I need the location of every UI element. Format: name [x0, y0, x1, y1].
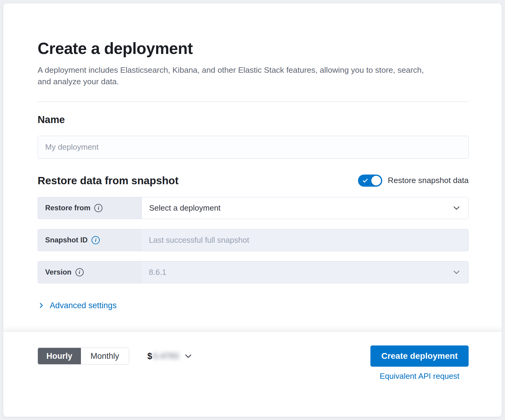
restore-snapshot-toggle[interactable]	[358, 175, 382, 187]
toggle-knob	[371, 176, 381, 185]
submit-cluster: Create deployment Equivalent API request	[370, 345, 469, 381]
select-value: 8.6.1	[149, 268, 166, 277]
check-icon	[362, 177, 369, 184]
restore-section-header: Restore data from snapshot Restore snaps…	[38, 175, 469, 187]
advanced-settings-link[interactable]: Advanced settings	[38, 301, 117, 310]
toggle-label: Restore snapshot data	[388, 176, 469, 185]
monthly-button[interactable]: Monthly	[81, 348, 129, 364]
hourly-button[interactable]: Hourly	[38, 348, 81, 364]
restore-heading: Restore data from snapshot	[38, 175, 179, 187]
divider	[38, 102, 469, 102]
create-deployment-card: Create a deployment A deployment include…	[3, 3, 502, 417]
create-deployment-button[interactable]: Create deployment	[370, 345, 469, 367]
restore-from-select[interactable]: Select a deployment	[142, 197, 468, 219]
chevron-right-icon	[38, 302, 45, 309]
chevron-down-icon	[452, 203, 461, 212]
name-heading: Name	[38, 114, 469, 125]
page-subtitle: A deployment includes Elasticsearch, Kib…	[38, 64, 427, 88]
billing-interval-group: Hourly Monthly	[38, 348, 129, 365]
billing-cluster: Hourly Monthly $ 0.4793	[38, 345, 193, 367]
page-title: Create a deployment	[38, 39, 469, 58]
version-select: 8.6.1	[142, 262, 468, 283]
version-label: Version i	[38, 262, 142, 283]
price-amount-obscured: 0.4793	[153, 351, 179, 361]
restore-from-row: Restore from i Select a deployment	[38, 197, 469, 219]
snapshot-id-row: Snapshot ID i	[38, 229, 469, 251]
main-content: Create a deployment A deployment include…	[3, 3, 502, 331]
equivalent-api-request-link[interactable]: Equivalent API request	[380, 372, 459, 381]
select-value: Select a deployment	[149, 203, 221, 213]
footer-bar: Hourly Monthly $ 0.4793 Create deploymen…	[3, 331, 502, 417]
info-icon[interactable]: i	[92, 236, 100, 244]
price-currency: $	[147, 351, 152, 361]
restore-toggle-group: Restore snapshot data	[358, 175, 469, 187]
price-popover-button[interactable]: $ 0.4793	[147, 351, 193, 361]
deployment-name-input[interactable]	[38, 136, 469, 159]
snapshot-id-input	[142, 229, 468, 251]
row-label-text: Snapshot ID	[45, 236, 88, 244]
info-icon[interactable]: i	[75, 268, 84, 276]
row-label-text: Restore from	[45, 204, 90, 212]
chevron-down-icon	[452, 268, 461, 277]
chevron-down-icon	[184, 352, 193, 361]
snapshot-id-label: Snapshot ID i	[38, 229, 142, 251]
version-row: Version i 8.6.1	[38, 261, 469, 283]
info-icon[interactable]: i	[94, 204, 102, 212]
restore-from-label: Restore from i	[38, 197, 142, 219]
row-label-text: Version	[45, 268, 72, 276]
advanced-settings-label: Advanced settings	[50, 301, 117, 310]
